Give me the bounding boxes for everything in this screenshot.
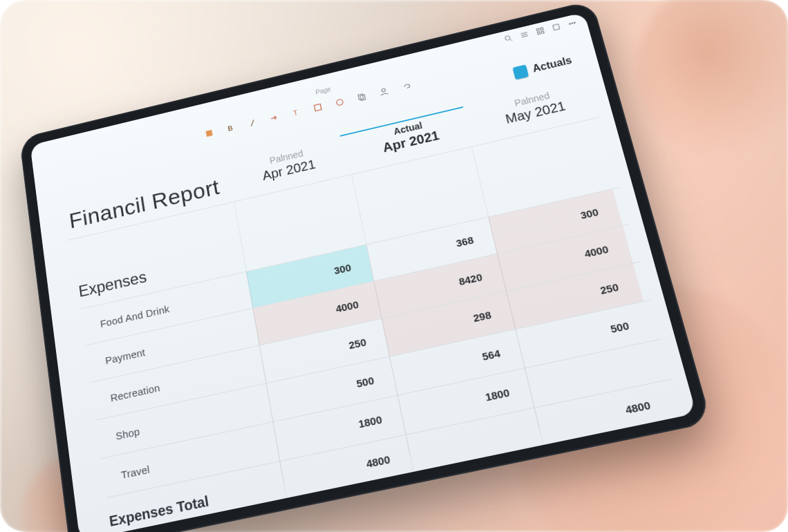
column-header[interactable]: Actual Apr 2021 [348,110,473,163]
svg-rect-8 [541,31,544,34]
row-label: Recreation [110,381,161,403]
report-title: Financil Report [68,175,221,234]
svg-text:T: T [292,109,298,117]
link-icon[interactable] [400,80,412,93]
row-label: Travel [120,462,151,480]
svg-rect-17 [315,104,321,111]
toolbar-group-label: Page [315,86,332,96]
svg-rect-9 [553,24,560,30]
user-icon[interactable] [377,86,390,98]
svg-point-21 [382,88,386,93]
toolbar-group-label [276,99,278,106]
row-label: Shop [115,424,140,441]
box-icon[interactable] [312,102,324,113]
actuals-swatch-icon [513,64,529,79]
svg-line-3 [521,34,527,35]
row-label: Food And Drink [100,303,170,329]
svg-line-4 [522,36,528,37]
svg-point-18 [336,99,343,106]
bold-icon[interactable]: B [225,122,236,134]
column-header[interactable]: Palnned May 2021 [471,80,599,134]
svg-line-1 [510,39,512,41]
svg-point-0 [505,35,510,41]
svg-text:B: B [227,124,234,133]
svg-rect-5 [536,28,539,31]
copy-icon[interactable] [355,91,368,104]
text-icon[interactable]: T [290,106,302,118]
svg-line-2 [520,32,527,34]
svg-point-11 [572,23,573,24]
svg-point-12 [574,22,575,23]
svg-rect-13 [206,130,213,137]
row-label: Payment [104,345,146,365]
highlight-icon[interactable] [203,127,215,139]
italic-icon[interactable] [247,117,259,129]
svg-rect-7 [537,32,540,35]
svg-point-10 [569,23,570,24]
arrow-icon[interactable] [268,112,280,124]
column-header[interactable]: Palnned Apr 2021 [227,138,349,191]
svg-rect-6 [541,28,543,30]
svg-line-15 [250,120,254,126]
circle-icon[interactable] [334,96,346,108]
